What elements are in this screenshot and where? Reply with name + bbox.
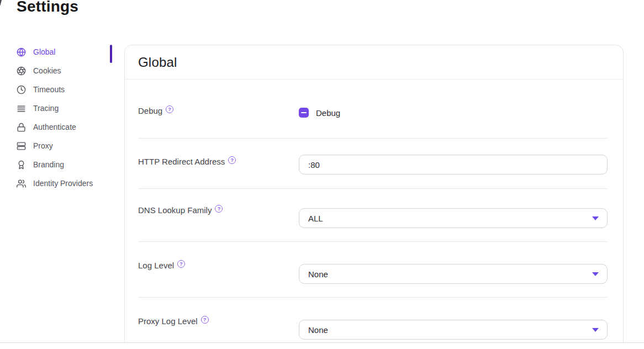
help-icon[interactable]: ? bbox=[166, 105, 173, 113]
field-label-wrap: Proxy Log Level? bbox=[138, 298, 299, 349]
sidebar-item-label: Global bbox=[33, 47, 55, 56]
help-icon[interactable]: ? bbox=[201, 316, 209, 324]
panel-header: Global bbox=[125, 45, 623, 80]
debug-checkbox-group: Debug bbox=[299, 108, 608, 118]
field-label-wrap: DNS Lookup Family? bbox=[138, 189, 299, 241]
field-label: Log Level bbox=[138, 261, 174, 270]
debug-checkbox-label[interactable]: Debug bbox=[316, 108, 340, 118]
sidebar-item-proxy[interactable]: Proxy bbox=[17, 136, 109, 155]
indeterminate-dash-icon bbox=[301, 112, 307, 113]
help-icon[interactable]: ? bbox=[177, 260, 185, 268]
sidebar-item-label: Identity Providers bbox=[33, 179, 93, 188]
proxy-log-level-select[interactable]: None bbox=[299, 320, 608, 340]
sidebar-active-indicator bbox=[110, 45, 112, 63]
field-control-wrap: ALL bbox=[299, 189, 608, 241]
sidebar-item-cookies[interactable]: Cookies bbox=[17, 61, 109, 80]
sidebar-item-label: Proxy bbox=[33, 141, 53, 150]
globe-icon bbox=[17, 47, 26, 57]
field-label: Proxy Log Level bbox=[138, 316, 198, 326]
field-control-wrap: None bbox=[299, 298, 608, 349]
sidebar-item-label: Branding bbox=[33, 160, 64, 169]
sidebar-item-global[interactable]: Global bbox=[17, 43, 109, 61]
field-label-wrap: Log Level? bbox=[138, 242, 299, 297]
chevron-down-icon bbox=[592, 216, 599, 220]
field-label-wrap: HTTP Redirect Address? bbox=[138, 139, 299, 188]
corner-artifact bbox=[0, 0, 2, 6]
sidebar-item-tracing[interactable]: Tracing bbox=[17, 99, 109, 118]
server-icon bbox=[17, 141, 26, 151]
field-control-wrap: None bbox=[299, 242, 608, 297]
form-row-http-redirect-address: HTTP Redirect Address? bbox=[138, 139, 608, 189]
lines-icon bbox=[17, 104, 26, 113]
form-row-log-level: Log Level? None bbox=[138, 242, 608, 298]
select-value: None bbox=[308, 325, 328, 335]
settings-sidebar: Global Cookies Timeouts Tracing Authenti… bbox=[17, 43, 109, 193]
form-row-dns-lookup-family: DNS Lookup Family? ALL bbox=[138, 189, 608, 242]
aperture-icon bbox=[17, 66, 26, 76]
page-title: Settings bbox=[17, 0, 78, 15]
sidebar-item-label: Authenticate bbox=[33, 123, 76, 131]
help-icon[interactable]: ? bbox=[215, 205, 223, 213]
field-control-wrap: Debug bbox=[299, 80, 608, 138]
form-row-debug: Debug? Debug bbox=[138, 80, 608, 139]
sidebar-item-label: Cookies bbox=[33, 66, 61, 75]
field-label: HTTP Redirect Address bbox=[138, 157, 225, 166]
select-value: ALL bbox=[308, 214, 323, 223]
award-icon bbox=[17, 160, 26, 170]
dns-lookup-family-select[interactable]: ALL bbox=[299, 208, 608, 228]
select-value: None bbox=[308, 269, 328, 279]
sidebar-item-label: Tracing bbox=[33, 104, 59, 113]
sidebar-item-branding[interactable]: Branding bbox=[17, 155, 109, 174]
chevron-down-icon bbox=[592, 272, 599, 276]
field-control-wrap bbox=[299, 139, 608, 188]
sidebar-item-timeouts[interactable]: Timeouts bbox=[17, 80, 109, 99]
http-redirect-address-input[interactable] bbox=[299, 155, 608, 174]
sidebar-item-label: Timeouts bbox=[33, 85, 65, 94]
log-level-select[interactable]: None bbox=[299, 264, 608, 284]
debug-checkbox[interactable] bbox=[299, 108, 309, 118]
users-icon bbox=[17, 179, 26, 188]
global-settings-panel: Global Debug? Debug HTTP Redirect Addres… bbox=[124, 45, 624, 349]
clock-icon bbox=[17, 85, 26, 94]
help-icon[interactable]: ? bbox=[228, 156, 236, 164]
chevron-down-icon bbox=[592, 328, 599, 332]
field-label: DNS Lookup Family bbox=[138, 205, 212, 215]
footer-bar bbox=[0, 342, 644, 349]
panel-body: Debug? Debug HTTP Redirect Address? DNS … bbox=[125, 80, 623, 349]
field-label: Debug bbox=[138, 106, 162, 115]
sidebar-item-authenticate[interactable]: Authenticate bbox=[17, 118, 109, 136]
lock-icon bbox=[17, 123, 26, 132]
sidebar-item-identity-providers[interactable]: Identity Providers bbox=[17, 174, 109, 193]
field-label-wrap: Debug? bbox=[138, 80, 299, 138]
form-row-proxy-log-level: Proxy Log Level? None bbox=[138, 298, 608, 349]
panel-title: Global bbox=[138, 55, 177, 70]
